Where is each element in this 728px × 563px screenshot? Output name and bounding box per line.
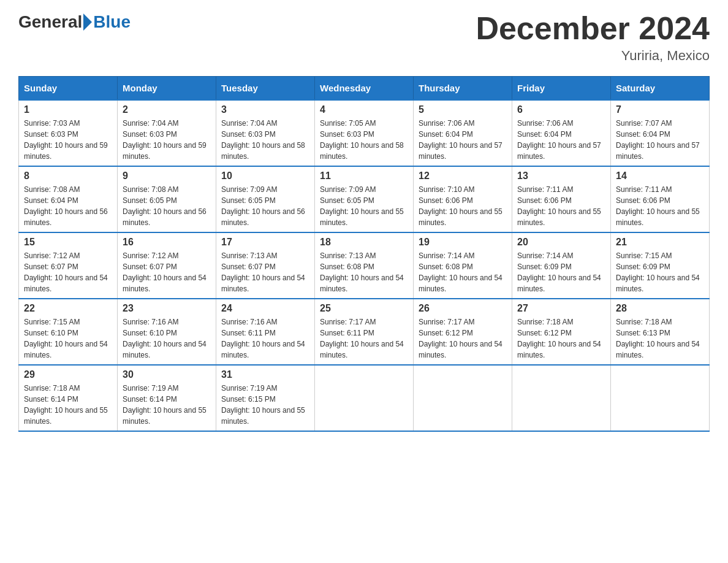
calendar-day-cell [315, 365, 414, 431]
calendar-day-cell: 23 Sunrise: 7:16 AM Sunset: 6:10 PM Dayl… [118, 299, 216, 365]
day-info: Sunrise: 7:13 AM Sunset: 6:08 PM Dayligh… [320, 250, 408, 294]
calendar-day-cell: 1 Sunrise: 7:03 AM Sunset: 6:03 PM Dayli… [19, 100, 118, 166]
day-number: 4 [320, 104, 408, 115]
day-number: 13 [517, 170, 605, 182]
logo-general-text: General [18, 12, 82, 32]
calendar-day-cell: 26 Sunrise: 7:17 AM Sunset: 6:12 PM Dayl… [414, 299, 512, 365]
col-tuesday: Tuesday [216, 77, 315, 101]
month-title: December 2024 [476, 12, 710, 44]
day-number: 14 [616, 170, 704, 182]
day-number: 16 [123, 237, 211, 248]
calendar-day-cell: 29 Sunrise: 7:18 AM Sunset: 6:14 PM Dayl… [19, 365, 118, 431]
calendar-day-cell: 24 Sunrise: 7:16 AM Sunset: 6:11 PM Dayl… [216, 299, 315, 365]
logo-arrow-icon [83, 13, 92, 31]
day-info: Sunrise: 7:15 AM Sunset: 6:10 PM Dayligh… [24, 316, 112, 361]
day-number: 30 [123, 369, 211, 380]
day-info: Sunrise: 7:12 AM Sunset: 6:07 PM Dayligh… [24, 250, 112, 294]
col-saturday: Saturday [611, 77, 710, 101]
day-number: 8 [24, 170, 112, 182]
day-info: Sunrise: 7:05 AM Sunset: 6:03 PM Dayligh… [320, 118, 408, 162]
calendar-day-cell: 13 Sunrise: 7:11 AM Sunset: 6:06 PM Dayl… [512, 166, 611, 232]
day-number: 18 [320, 237, 408, 248]
day-number: 3 [221, 104, 309, 115]
day-info: Sunrise: 7:12 AM Sunset: 6:07 PM Dayligh… [123, 250, 211, 294]
day-info: Sunrise: 7:11 AM Sunset: 6:06 PM Dayligh… [616, 184, 704, 228]
calendar-header-row: Sunday Monday Tuesday Wednesday Thursday… [19, 77, 710, 101]
day-info: Sunrise: 7:18 AM Sunset: 6:13 PM Dayligh… [616, 316, 704, 361]
calendar-day-cell: 12 Sunrise: 7:10 AM Sunset: 6:06 PM Dayl… [414, 166, 512, 232]
day-info: Sunrise: 7:16 AM Sunset: 6:10 PM Dayligh… [123, 316, 211, 361]
calendar-day-cell: 5 Sunrise: 7:06 AM Sunset: 6:04 PM Dayli… [414, 100, 512, 166]
calendar-day-cell: 18 Sunrise: 7:13 AM Sunset: 6:08 PM Dayl… [315, 232, 414, 299]
day-info: Sunrise: 7:07 AM Sunset: 6:04 PM Dayligh… [616, 118, 704, 162]
calendar-day-cell: 9 Sunrise: 7:08 AM Sunset: 6:05 PM Dayli… [118, 166, 216, 232]
day-number: 20 [517, 237, 605, 248]
calendar-day-cell: 14 Sunrise: 7:11 AM Sunset: 6:06 PM Dayl… [611, 166, 710, 232]
day-info: Sunrise: 7:17 AM Sunset: 6:11 PM Dayligh… [320, 316, 408, 361]
day-number: 5 [419, 104, 507, 115]
calendar-day-cell: 10 Sunrise: 7:09 AM Sunset: 6:05 PM Dayl… [216, 166, 315, 232]
calendar-week-row: 29 Sunrise: 7:18 AM Sunset: 6:14 PM Dayl… [19, 365, 710, 431]
col-friday: Friday [512, 77, 611, 101]
day-info: Sunrise: 7:16 AM Sunset: 6:11 PM Dayligh… [221, 316, 309, 361]
calendar-week-row: 8 Sunrise: 7:08 AM Sunset: 6:04 PM Dayli… [19, 166, 710, 232]
day-info: Sunrise: 7:19 AM Sunset: 6:15 PM Dayligh… [221, 383, 309, 427]
day-info: Sunrise: 7:06 AM Sunset: 6:04 PM Dayligh… [419, 118, 507, 162]
day-number: 1 [24, 104, 112, 115]
day-number: 26 [419, 303, 507, 314]
calendar-day-cell [512, 365, 611, 431]
calendar-day-cell: 7 Sunrise: 7:07 AM Sunset: 6:04 PM Dayli… [611, 100, 710, 166]
location: Yuriria, Mexico [476, 48, 710, 64]
day-info: Sunrise: 7:10 AM Sunset: 6:06 PM Dayligh… [419, 184, 507, 228]
calendar-day-cell: 16 Sunrise: 7:12 AM Sunset: 6:07 PM Dayl… [118, 232, 216, 299]
calendar-day-cell: 17 Sunrise: 7:13 AM Sunset: 6:07 PM Dayl… [216, 232, 315, 299]
calendar-day-cell: 2 Sunrise: 7:04 AM Sunset: 6:03 PM Dayli… [118, 100, 216, 166]
calendar-day-cell [611, 365, 710, 431]
calendar-day-cell: 8 Sunrise: 7:08 AM Sunset: 6:04 PM Dayli… [19, 166, 118, 232]
calendar-day-cell: 15 Sunrise: 7:12 AM Sunset: 6:07 PM Dayl… [19, 232, 118, 299]
calendar-day-cell: 22 Sunrise: 7:15 AM Sunset: 6:10 PM Dayl… [19, 299, 118, 365]
calendar-table: Sunday Monday Tuesday Wednesday Thursday… [18, 76, 710, 432]
day-info: Sunrise: 7:11 AM Sunset: 6:06 PM Dayligh… [517, 184, 605, 228]
day-info: Sunrise: 7:18 AM Sunset: 6:14 PM Dayligh… [24, 383, 112, 427]
calendar-day-cell: 11 Sunrise: 7:09 AM Sunset: 6:05 PM Dayl… [315, 166, 414, 232]
title-section: December 2024 Yuriria, Mexico [476, 12, 710, 64]
day-number: 22 [24, 303, 112, 314]
day-number: 29 [24, 369, 112, 380]
day-info: Sunrise: 7:19 AM Sunset: 6:14 PM Dayligh… [123, 383, 211, 427]
page-header: General Blue December 2024 Yuriria, Mexi… [18, 12, 710, 64]
calendar-week-row: 15 Sunrise: 7:12 AM Sunset: 6:07 PM Dayl… [19, 232, 710, 299]
calendar-day-cell [414, 365, 512, 431]
calendar-day-cell: 3 Sunrise: 7:04 AM Sunset: 6:03 PM Dayli… [216, 100, 315, 166]
day-number: 7 [616, 104, 704, 115]
day-info: Sunrise: 7:18 AM Sunset: 6:12 PM Dayligh… [517, 316, 605, 361]
day-number: 10 [221, 170, 309, 182]
day-info: Sunrise: 7:04 AM Sunset: 6:03 PM Dayligh… [123, 118, 211, 162]
calendar-day-cell: 31 Sunrise: 7:19 AM Sunset: 6:15 PM Dayl… [216, 365, 315, 431]
col-thursday: Thursday [414, 77, 512, 101]
calendar-week-row: 1 Sunrise: 7:03 AM Sunset: 6:03 PM Dayli… [19, 100, 710, 166]
day-info: Sunrise: 7:08 AM Sunset: 6:05 PM Dayligh… [123, 184, 211, 228]
day-info: Sunrise: 7:14 AM Sunset: 6:08 PM Dayligh… [419, 250, 507, 294]
calendar-day-cell: 30 Sunrise: 7:19 AM Sunset: 6:14 PM Dayl… [118, 365, 216, 431]
day-number: 11 [320, 170, 408, 182]
day-info: Sunrise: 7:09 AM Sunset: 6:05 PM Dayligh… [221, 184, 309, 228]
day-info: Sunrise: 7:13 AM Sunset: 6:07 PM Dayligh… [221, 250, 309, 294]
col-sunday: Sunday [19, 77, 118, 101]
day-number: 21 [616, 237, 704, 248]
logo-blue-text: Blue [93, 12, 131, 32]
calendar-day-cell: 28 Sunrise: 7:18 AM Sunset: 6:13 PM Dayl… [611, 299, 710, 365]
day-number: 15 [24, 237, 112, 248]
calendar-day-cell: 19 Sunrise: 7:14 AM Sunset: 6:08 PM Dayl… [414, 232, 512, 299]
day-info: Sunrise: 7:17 AM Sunset: 6:12 PM Dayligh… [419, 316, 507, 361]
day-info: Sunrise: 7:09 AM Sunset: 6:05 PM Dayligh… [320, 184, 408, 228]
col-monday: Monday [118, 77, 216, 101]
calendar-day-cell: 4 Sunrise: 7:05 AM Sunset: 6:03 PM Dayli… [315, 100, 414, 166]
col-wednesday: Wednesday [315, 77, 414, 101]
day-info: Sunrise: 7:08 AM Sunset: 6:04 PM Dayligh… [24, 184, 112, 228]
calendar-day-cell: 20 Sunrise: 7:14 AM Sunset: 6:09 PM Dayl… [512, 232, 611, 299]
day-number: 23 [123, 303, 211, 314]
logo: General Blue [18, 12, 131, 32]
day-number: 24 [221, 303, 309, 314]
day-number: 12 [419, 170, 507, 182]
